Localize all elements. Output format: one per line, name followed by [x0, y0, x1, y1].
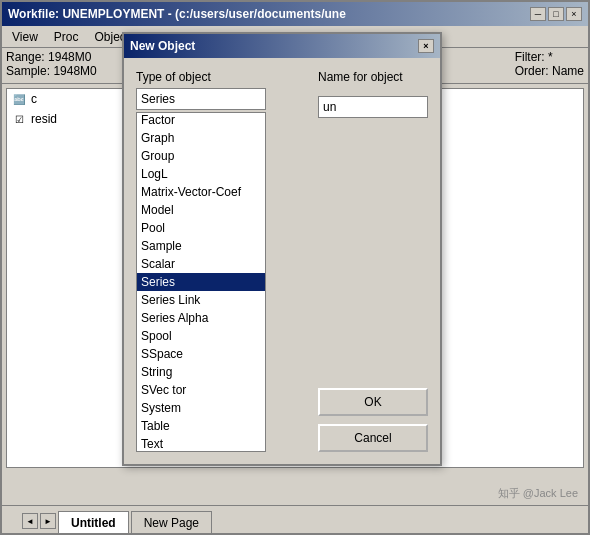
object-type-item[interactable]: Series — [137, 273, 265, 291]
object-type-item[interactable]: SSpace — [137, 345, 265, 363]
object-type-item[interactable]: Factor — [137, 112, 265, 129]
object-type-item[interactable]: Sample — [137, 237, 265, 255]
object-type-item[interactable]: Table — [137, 417, 265, 435]
object-type-item[interactable]: Group — [137, 147, 265, 165]
object-type-list[interactable]: EquationFactorGraphGroupLogLMatrix-Vecto… — [136, 112, 266, 452]
name-label: Name for object — [318, 70, 428, 84]
dialog-title: New Object — [130, 39, 195, 53]
object-type-item[interactable]: LogL — [137, 165, 265, 183]
object-type-item[interactable]: System — [137, 399, 265, 417]
dialog-titlebar: New Object × — [124, 34, 440, 58]
object-type-item[interactable]: Matrix-Vector-Coef — [137, 183, 265, 201]
object-type-item[interactable]: Scalar — [137, 255, 265, 273]
main-window: Workfile: UNEMPLOYMENT - (c:/users/user/… — [0, 0, 590, 535]
object-type-item[interactable]: Pool — [137, 219, 265, 237]
name-input[interactable] — [318, 96, 428, 118]
object-type-item[interactable]: Graph — [137, 129, 265, 147]
dialog-overlay: New Object × Type of object EquationFact… — [2, 2, 588, 533]
cancel-button[interactable]: Cancel — [318, 424, 428, 452]
ok-button[interactable]: OK — [318, 388, 428, 416]
dialog-left: Type of object EquationFactorGraphGroupL… — [136, 70, 306, 452]
object-type-item[interactable]: Series Link — [137, 291, 265, 309]
dialog-close-button[interactable]: × — [418, 39, 434, 53]
dialog-body: Type of object EquationFactorGraphGroupL… — [124, 58, 440, 464]
object-type-item[interactable]: Model — [137, 201, 265, 219]
object-type-input[interactable] — [136, 88, 266, 110]
object-type-item[interactable]: Text — [137, 435, 265, 452]
object-type-item[interactable]: SVec tor — [137, 381, 265, 399]
new-object-dialog: New Object × Type of object EquationFact… — [122, 32, 442, 466]
object-type-item[interactable]: Spool — [137, 327, 265, 345]
dialog-right: Name for object OK Cancel — [318, 70, 428, 452]
type-label: Type of object — [136, 70, 306, 84]
object-type-item[interactable]: Series Alpha — [137, 309, 265, 327]
object-type-item[interactable]: String — [137, 363, 265, 381]
